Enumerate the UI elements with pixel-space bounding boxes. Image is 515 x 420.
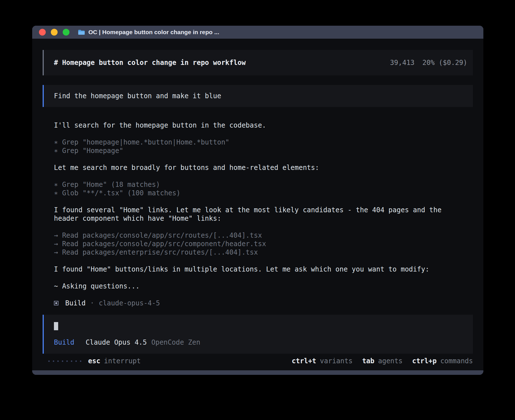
separator-dot: · bbox=[90, 299, 94, 307]
spinner-dots bbox=[48, 360, 81, 362]
terminal-window: OC | Homepage button color change in rep… bbox=[32, 26, 483, 375]
status-bar: esc interrupt ctrl+tvariantstabagentsctr… bbox=[43, 357, 473, 365]
tool-call: ∗ Grep "Homepage" bbox=[54, 146, 450, 155]
assistant-text: I found several "Home" links. Let me loo… bbox=[54, 206, 450, 223]
model-label[interactable]: Claude Opus 4.5 bbox=[86, 338, 147, 346]
assistant-text: I'll search for the homepage button in t… bbox=[54, 121, 450, 130]
spinner-dot bbox=[80, 360, 81, 362]
spinner-dot bbox=[57, 360, 59, 362]
desktop: { "colors": { "accent_blue": "#4a80f2", … bbox=[0, 0, 515, 420]
spinner-dot bbox=[75, 360, 77, 362]
agent-model: claude-opus-4-5 bbox=[99, 299, 160, 307]
blank-line bbox=[54, 274, 450, 282]
context-usage: 20% ($0.29) bbox=[422, 59, 467, 67]
status-bar-left: esc interrupt bbox=[43, 357, 141, 365]
blank-line bbox=[54, 172, 450, 180]
hint-key: tab bbox=[362, 357, 374, 365]
hint-label: commands bbox=[440, 357, 473, 365]
file-read: → Read packages/console/app/src/componen… bbox=[54, 240, 450, 248]
hint-label: agents bbox=[378, 357, 403, 365]
token-count: 39,413 bbox=[390, 59, 414, 67]
user-message: Find the homepage button and make it blu… bbox=[43, 85, 473, 107]
close-button[interactable] bbox=[39, 29, 46, 36]
blank-line bbox=[54, 197, 450, 206]
file-read: → Read packages/console/app/src/routes/[… bbox=[54, 231, 450, 240]
folder-icon bbox=[78, 29, 85, 35]
blank-line bbox=[54, 257, 450, 265]
provider-label: OpenCode Zen bbox=[151, 338, 200, 346]
blank-line bbox=[54, 155, 450, 163]
agent-name: Build bbox=[65, 299, 86, 307]
footer-hint: tabagents bbox=[362, 357, 403, 365]
blank-line bbox=[54, 223, 450, 231]
input-mode-line: Build Claude Opus 4.5 OpenCode Zen bbox=[54, 338, 463, 346]
footer-hint: ctrl+tvariants bbox=[292, 357, 352, 365]
user-message-text: Find the homepage button and make it blu… bbox=[54, 92, 221, 100]
traffic-lights bbox=[39, 29, 69, 36]
blank-line bbox=[54, 130, 450, 138]
assistant-text: Let me search more broadly for buttons a… bbox=[54, 163, 450, 172]
file-read: → Read packages/enterprise/src/routes/[.… bbox=[54, 248, 450, 257]
window-title: OC | Homepage button color change in rep… bbox=[88, 29, 219, 36]
hint-label: variants bbox=[320, 357, 353, 365]
agent-square-dot-icon bbox=[54, 301, 58, 305]
interrupt-label: interrupt bbox=[104, 357, 141, 365]
assistant-text: ~ Asking questions... bbox=[54, 282, 450, 290]
agent-status-line: Build · claude-opus-4-5 bbox=[43, 299, 473, 307]
window-bottom-edge bbox=[32, 370, 483, 375]
spinner-dot bbox=[48, 360, 50, 362]
transcript: I'll search for the homepage button in t… bbox=[43, 121, 473, 290]
spinner-dot bbox=[66, 360, 68, 362]
prompt-input[interactable]: Build Claude Opus 4.5 OpenCode Zen bbox=[43, 315, 473, 354]
agent-mode-label[interactable]: Build bbox=[54, 338, 74, 346]
terminal-content: # Homepage button color change in repo w… bbox=[32, 39, 483, 370]
session-header: # Homepage button color change in repo w… bbox=[43, 50, 473, 75]
interrupt-key: esc bbox=[88, 357, 100, 365]
zoom-button[interactable] bbox=[63, 29, 69, 36]
window-titlebar[interactable]: OC | Homepage button color change in rep… bbox=[32, 26, 483, 39]
status-bar-hints: ctrl+tvariantstabagentsctrl+pcommands bbox=[292, 357, 473, 365]
assistant-text: I found "Home" buttons/links in multiple… bbox=[54, 265, 450, 274]
text-cursor bbox=[54, 322, 58, 330]
session-stats: 39,413 20% ($0.29) bbox=[390, 59, 467, 67]
tool-call: ∗ Grep "Home" (18 matches) bbox=[54, 180, 450, 189]
hint-key: ctrl+p bbox=[412, 357, 437, 365]
spinner-dot bbox=[53, 360, 54, 362]
hint-key: ctrl+t bbox=[292, 357, 316, 365]
spinner-dot bbox=[62, 360, 63, 362]
tool-call: ∗ Grep "homepage|home.*button|Home.*butt… bbox=[54, 138, 450, 146]
tool-call: ∗ Glob "**/*.tsx" (100 matches) bbox=[54, 189, 450, 197]
minimize-button[interactable] bbox=[51, 29, 58, 36]
footer-hint: ctrl+pcommands bbox=[412, 357, 473, 365]
session-title: # Homepage button color change in repo w… bbox=[54, 59, 246, 67]
spinner-dot bbox=[71, 360, 72, 362]
